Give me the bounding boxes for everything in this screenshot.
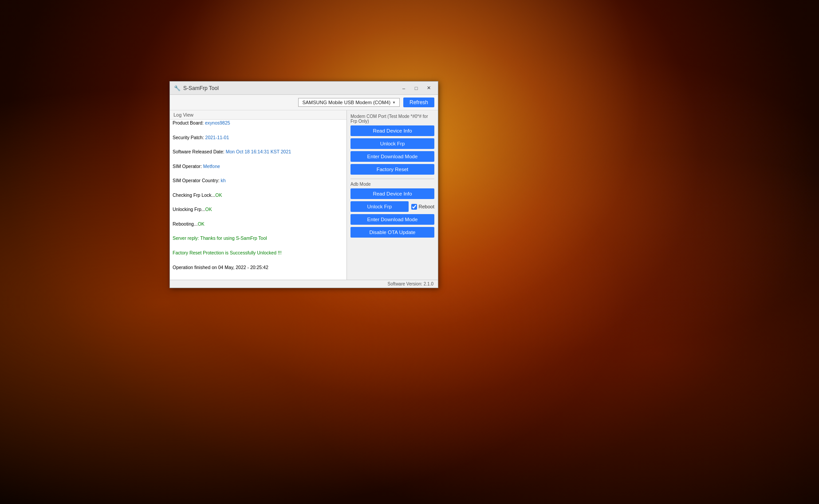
adb-section-divider: Adb Mode Read Device Info Unlock Frp Reb… — [350, 179, 434, 240]
reboot-checkbox[interactable] — [411, 204, 417, 210]
software-version: Software Version: 2.1.0 — [388, 281, 433, 286]
log-line: Software Released Date: Mon Oct 18 16:14… — [173, 148, 344, 155]
log-line: SIM Operator: Metfone — [173, 163, 344, 170]
window-title: S-SamFrp Tool — [183, 85, 219, 91]
modem-enter-download-mode-button[interactable]: Enter Download Mode — [350, 151, 434, 162]
log-line: Security Patch: 2021-11-01 — [173, 134, 344, 141]
refresh-button[interactable]: Refresh — [403, 98, 434, 107]
adb-enter-download-mode-button[interactable]: Enter Download Mode — [350, 214, 434, 225]
unlock-frp-reboot-row: Unlock Frp Reboot — [350, 201, 434, 212]
com-port-dropdown[interactable]: SAMSUNG Mobile USB Modem (COM4) ▼ — [298, 98, 400, 107]
log-line: SIM Operator Country: kh — [173, 177, 344, 184]
modem-read-device-info-button[interactable]: Read Device Info — [350, 125, 434, 136]
title-bar-left: 🔧 S-SamFrp Tool — [173, 85, 219, 92]
log-line: Checking Frp Lock...OK — [173, 191, 344, 199]
log-line: Operation finished on 04 May, 2022 - 20:… — [173, 264, 344, 271]
restore-button[interactable]: □ — [410, 84, 422, 93]
com-port-value: SAMSUNG Mobile USB Modem (COM4) — [302, 100, 390, 105]
status-bar: Software Version: 2.1.0 — [170, 280, 438, 288]
title-controls: – □ ✕ — [398, 84, 434, 93]
right-panel: Modem COM Port (Test Mode *#0*# for Frp … — [347, 110, 438, 280]
log-line: Factory Reset Protection is Successfully… — [173, 249, 344, 256]
title-bar: 🔧 S-SamFrp Tool – □ ✕ — [170, 82, 438, 95]
adb-read-device-info-button[interactable]: Read Device Info — [350, 188, 434, 199]
top-bar: SAMSUNG Mobile USB Modem (COM4) ▼ Refres… — [170, 95, 438, 110]
log-header: Log View — [170, 110, 346, 120]
reboot-checkbox-label[interactable]: Reboot — [411, 204, 434, 210]
log-body[interactable]: Writing Data 3...OKWriting Data 4...OKWr… — [170, 120, 346, 280]
adb-unlock-frp-button[interactable]: Unlock Frp — [350, 201, 409, 212]
close-button[interactable]: ✕ — [423, 84, 434, 93]
app-icon: 🔧 — [173, 85, 181, 92]
modem-unlock-frp-button[interactable]: Unlock Frp — [350, 138, 434, 149]
log-line: Unlocking Frp...OK — [173, 206, 344, 213]
log-line: Server reply: Thanks for using S-SamFrp … — [173, 234, 344, 242]
dropdown-arrow-icon: ▼ — [392, 101, 396, 105]
adb-disable-ota-button[interactable]: Disable OTA Update — [350, 227, 434, 238]
reboot-label: Reboot — [419, 204, 434, 209]
log-line: Product Board: exynos9825 — [173, 120, 344, 126]
log-line: Rebooting...OK — [173, 220, 344, 227]
main-window: 🔧 S-SamFrp Tool – □ ✕ SAMSUNG Mobile USB… — [169, 81, 438, 288]
log-panel: Log View Writing Data 3...OKWriting Data… — [170, 110, 347, 280]
minimize-button[interactable]: – — [398, 84, 410, 93]
adb-section-label: Adb Mode — [350, 182, 434, 187]
main-content: Log View Writing Data 3...OKWriting Data… — [170, 110, 438, 280]
modem-factory-reset-button[interactable]: Factory Reset — [350, 164, 434, 175]
modem-section-label: Modem COM Port (Test Mode *#0*# for Frp … — [350, 114, 434, 124]
